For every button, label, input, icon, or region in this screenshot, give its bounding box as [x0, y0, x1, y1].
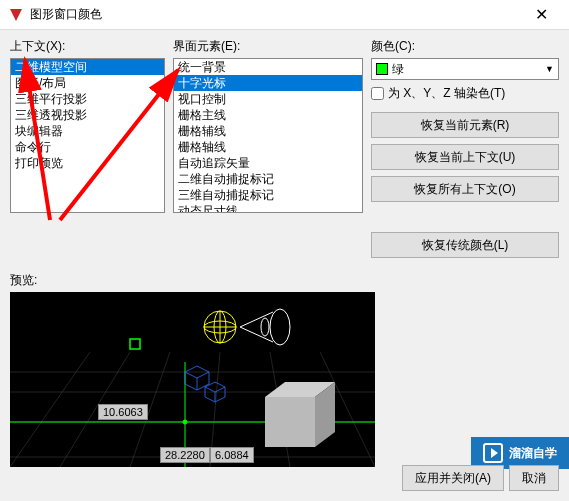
app-icon — [8, 7, 24, 23]
coord-2: 28.2280 — [160, 447, 210, 463]
color-value: 绿 — [392, 61, 404, 78]
close-button[interactable]: ✕ — [521, 5, 561, 24]
svg-point-22 — [261, 318, 269, 336]
apply-close-button[interactable]: 应用并关闭(A) — [402, 465, 504, 491]
element-item[interactable]: 统一背景 — [174, 59, 362, 75]
element-item[interactable]: 三维自动捕捉标记 — [174, 187, 362, 203]
element-item[interactable]: 十字光标 — [174, 75, 362, 91]
context-item[interactable]: 图纸/布局 — [11, 75, 164, 91]
element-item[interactable]: 栅格轴线 — [174, 139, 362, 155]
element-item[interactable]: 栅格主线 — [174, 107, 362, 123]
window-title: 图形窗口颜色 — [30, 6, 521, 23]
play-icon — [483, 443, 503, 463]
svg-line-0 — [10, 352, 90, 467]
context-label: 上下文(X): — [10, 38, 165, 55]
svg-point-12 — [183, 420, 187, 424]
context-item[interactable]: 二维模型空间 — [11, 59, 164, 75]
color-dropdown[interactable]: 绿 ▼ — [371, 58, 559, 80]
color-swatch — [376, 63, 388, 75]
titlebar: 图形窗口颜色 ✕ — [0, 0, 569, 30]
svg-point-19 — [270, 309, 290, 345]
element-item[interactable]: 动态尺寸线 — [174, 203, 362, 213]
element-listbox[interactable]: 统一背景十字光标视口控制栅格主线栅格辅线栅格轴线自动追踪矢量二维自动捕捉标记三维… — [173, 58, 363, 213]
axis-tint-checkbox-row[interactable]: 为 X、Y、Z 轴染色(T) — [371, 85, 559, 102]
context-item[interactable]: 命令行 — [11, 139, 164, 155]
coord-3: 6.0884 — [210, 447, 254, 463]
restore-traditional-button[interactable]: 恢复传统颜色(L) — [371, 232, 559, 258]
context-item[interactable]: 三维平行投影 — [11, 91, 164, 107]
context-item[interactable]: 三维透视投影 — [11, 107, 164, 123]
preview-pane: 10.6063 28.2280 6.0884 — [10, 292, 375, 467]
restore-current-element-button[interactable]: 恢复当前元素(R) — [371, 112, 559, 138]
axis-tint-label: 为 X、Y、Z 轴染色(T) — [388, 85, 505, 102]
element-item[interactable]: 自动追踪矢量 — [174, 155, 362, 171]
restore-all-contexts-button[interactable]: 恢复所有上下文(O) — [371, 176, 559, 202]
preview-label: 预览: — [10, 272, 559, 289]
element-item[interactable]: 二维自动捕捉标记 — [174, 171, 362, 187]
cancel-button[interactable]: 取消 — [509, 465, 559, 491]
element-item[interactable]: 栅格辅线 — [174, 123, 362, 139]
element-label: 界面元素(E): — [173, 38, 363, 55]
svg-rect-13 — [130, 339, 140, 349]
context-item[interactable]: 打印预览 — [11, 155, 164, 171]
axis-tint-checkbox[interactable] — [371, 87, 384, 100]
coord-1: 10.6063 — [98, 404, 148, 420]
context-item[interactable]: 块编辑器 — [11, 123, 164, 139]
watermark-text: 溜溜自学 — [509, 445, 557, 462]
svg-marker-23 — [265, 397, 315, 447]
element-item[interactable]: 视口控制 — [174, 91, 362, 107]
svg-line-20 — [240, 312, 273, 327]
context-listbox[interactable]: 二维模型空间图纸/布局三维平行投影三维透视投影块编辑器命令行打印预览 — [10, 58, 165, 213]
color-label: 颜色(C): — [371, 38, 559, 55]
svg-line-21 — [240, 327, 273, 342]
chevron-down-icon: ▼ — [545, 64, 554, 74]
restore-current-context-button[interactable]: 恢复当前上下文(U) — [371, 144, 559, 170]
